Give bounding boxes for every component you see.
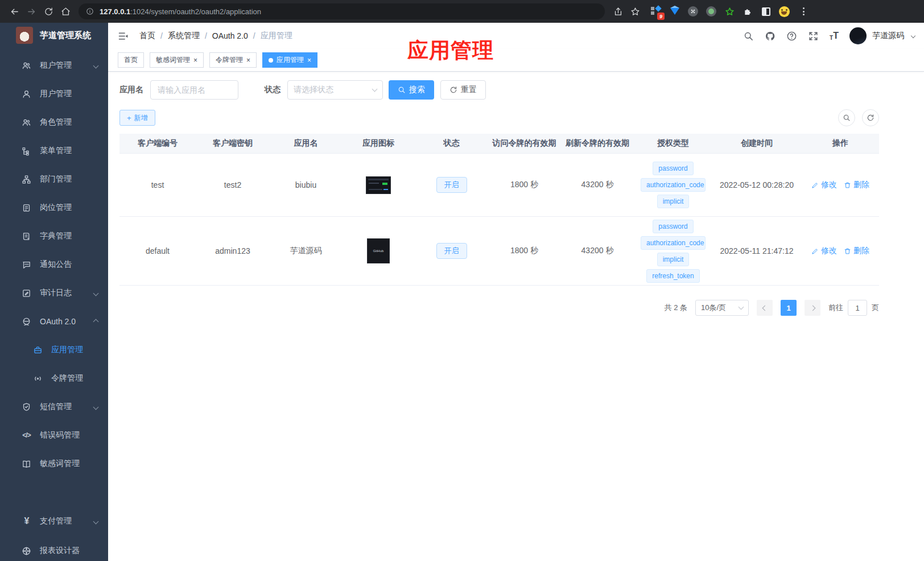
sidebar-item-notice-announcement[interactable]: 通知公告 xyxy=(0,250,108,279)
sidebar-item-report-designer[interactable]: 报表设计器 xyxy=(0,536,108,561)
extension-star-icon[interactable] xyxy=(721,2,738,21)
app-icon-thumbnail xyxy=(366,176,391,194)
reset-button[interactable]: 重置 xyxy=(440,80,486,100)
search-icon[interactable] xyxy=(743,31,754,42)
trash-icon xyxy=(844,182,851,189)
tab-home[interactable]: 首页 xyxy=(118,52,144,68)
table-row: default admin123 芋道源码 GitHub 开启 1800 秒 4… xyxy=(119,217,879,286)
sidebar-item-dept-management[interactable]: 部门管理 xyxy=(0,165,108,193)
browser-home-button[interactable] xyxy=(57,2,74,21)
pagination-total: 共 2 条 xyxy=(665,303,687,313)
edit-button[interactable]: 修改 xyxy=(811,246,837,256)
cell-grant-types: password authorization_code implicit xyxy=(634,160,712,210)
profile-avatar-icon[interactable] xyxy=(776,2,793,21)
sidebar-item-tenant-management[interactable]: 租户管理 xyxy=(0,51,108,80)
status-select[interactable]: 请选择状态 xyxy=(287,80,383,100)
sidebar-item-oauth2-token[interactable]: 令牌管理 xyxy=(0,364,108,393)
share-icon[interactable] xyxy=(609,2,626,21)
breadcrumb-oauth2[interactable]: OAuth 2.0 xyxy=(212,31,248,40)
close-icon[interactable]: × xyxy=(193,57,197,64)
breadcrumb-separator: / xyxy=(160,31,163,40)
tab-token[interactable]: 令牌管理× xyxy=(209,52,257,68)
sidebar-item-dict-management[interactable]: 字典管理 xyxy=(0,222,108,250)
tab-sensitive-word[interactable]: 敏感词管理× xyxy=(150,52,204,68)
address-bar[interactable]: 127.0.0.1:1024/system/oauth2/oauth2/appl… xyxy=(79,3,605,19)
applications-table: 客户端编号 客户端密钥 应用名 应用图标 状态 访问令牌的有效期 刷新令牌的有效… xyxy=(119,134,879,286)
url-host: 127.0.0.1 xyxy=(100,7,130,16)
sidebar-item-user-management[interactable]: 用户管理 xyxy=(0,80,108,108)
cell-create-time: 2022-05-11 21:47:12 xyxy=(712,246,802,255)
sidebar-item-label: 短信管理 xyxy=(40,402,72,412)
badge-icon xyxy=(22,203,31,213)
sidebar-item-audit-log[interactable]: 审计日志 xyxy=(0,279,108,307)
github-icon[interactable] xyxy=(765,31,776,42)
plus-icon: + xyxy=(127,114,131,122)
header-actions: 操作 xyxy=(802,138,879,148)
tab-application[interactable]: 应用管理× xyxy=(262,52,317,68)
bookmark-star-icon[interactable] xyxy=(626,2,644,21)
header-create-time: 创建时间 xyxy=(712,138,802,148)
toggle-search-button[interactable] xyxy=(838,109,855,126)
extension-command-icon[interactable] xyxy=(684,2,702,21)
sidebar-item-label: 审计日志 xyxy=(40,288,72,298)
split-screen-icon[interactable] xyxy=(757,2,774,21)
sidebar-item-menu-management[interactable]: 菜单管理 xyxy=(0,137,108,165)
search-button[interactable]: 搜索 xyxy=(389,80,434,100)
extension-record-icon[interactable] xyxy=(703,2,720,21)
browser-menu-icon[interactable] xyxy=(795,2,812,21)
browser-reload-button[interactable] xyxy=(40,2,57,21)
app-icon-thumbnail: GitHub xyxy=(367,238,390,263)
sidebar-item-error-code-management[interactable]: </> 错误码管理 xyxy=(0,421,108,449)
prev-page-button[interactable] xyxy=(757,300,773,316)
grant-type-tag: refresh_token xyxy=(646,269,699,283)
help-icon[interactable] xyxy=(786,31,797,42)
page-number-button[interactable]: 1 xyxy=(781,300,797,316)
site-info-icon[interactable] xyxy=(86,7,94,15)
user-menu-caret-icon[interactable] xyxy=(911,34,915,38)
goto-page-input[interactable] xyxy=(848,300,867,316)
sidebar-collapse-icon[interactable] xyxy=(117,30,129,42)
extension-grid-icon[interactable]: 9 xyxy=(648,2,665,21)
app-logo[interactable]: 芋道管理系统 xyxy=(0,23,108,48)
sidebar-item-oauth2[interactable]: OAuth 2.0 xyxy=(0,307,108,336)
cell-actions: 修改 删除 xyxy=(802,246,879,256)
breadcrumb-home[interactable]: 首页 xyxy=(139,31,155,41)
header-client-id: 客户端编号 xyxy=(119,138,196,148)
user-avatar[interactable] xyxy=(849,27,867,44)
sidebar-item-oauth2-application[interactable]: 应用管理 xyxy=(0,336,108,364)
page-content: 应用名 状态 请选择状态 搜索 重置 + 新 xyxy=(108,72,924,316)
grant-type-tag: implicit xyxy=(657,195,690,208)
extension-gem-icon[interactable] xyxy=(666,2,683,21)
browser-back-button[interactable] xyxy=(6,2,23,21)
breadcrumb-system[interactable]: 系统管理 xyxy=(168,31,200,41)
sidebar-item-label: 通知公告 xyxy=(40,259,72,270)
delete-button[interactable]: 删除 xyxy=(844,246,869,256)
fullscreen-icon[interactable] xyxy=(808,31,819,42)
sidebar-item-payment-management[interactable]: ¥ 支付管理 xyxy=(0,506,108,536)
sidebar-item-label: 令牌管理 xyxy=(51,373,83,383)
sidebar-item-label: 错误码管理 xyxy=(40,430,80,440)
next-page-button[interactable] xyxy=(805,300,820,316)
table-row: test test2 biubiu 开启 1800 秒 43200 秒 pass… xyxy=(119,154,879,217)
table-toolbar: + 新增 xyxy=(119,109,879,126)
cell-access-validity: 1800 秒 xyxy=(488,180,560,190)
font-size-icon[interactable]: TT xyxy=(830,31,839,41)
pagination: 共 2 条 10条/页 1 前往 页 xyxy=(119,300,879,316)
edit-button[interactable]: 修改 xyxy=(811,180,837,190)
sidebar-item-label: 角色管理 xyxy=(40,117,72,127)
sidebar-item-sensitive-word-management[interactable]: 敏感词管理 xyxy=(0,449,108,478)
delete-button[interactable]: 删除 xyxy=(844,180,869,190)
browser-forward-button[interactable] xyxy=(23,2,40,21)
refresh-table-button[interactable] xyxy=(862,109,879,126)
page-size-select[interactable]: 10条/页 xyxy=(695,300,749,316)
sidebar-item-sms-management[interactable]: 短信管理 xyxy=(0,393,108,421)
add-button[interactable]: + 新增 xyxy=(119,110,155,126)
extensions-puzzle-icon[interactable] xyxy=(739,2,756,21)
close-icon[interactable]: × xyxy=(307,57,311,64)
sidebar-item-post-management[interactable]: 岗位管理 xyxy=(0,193,108,222)
close-icon[interactable]: × xyxy=(246,57,250,64)
app-name-label: 应用名 xyxy=(119,85,143,95)
header-app-icon: 应用图标 xyxy=(342,138,415,148)
sidebar-item-role-management[interactable]: 角色管理 xyxy=(0,108,108,137)
app-name-input[interactable] xyxy=(150,80,238,100)
